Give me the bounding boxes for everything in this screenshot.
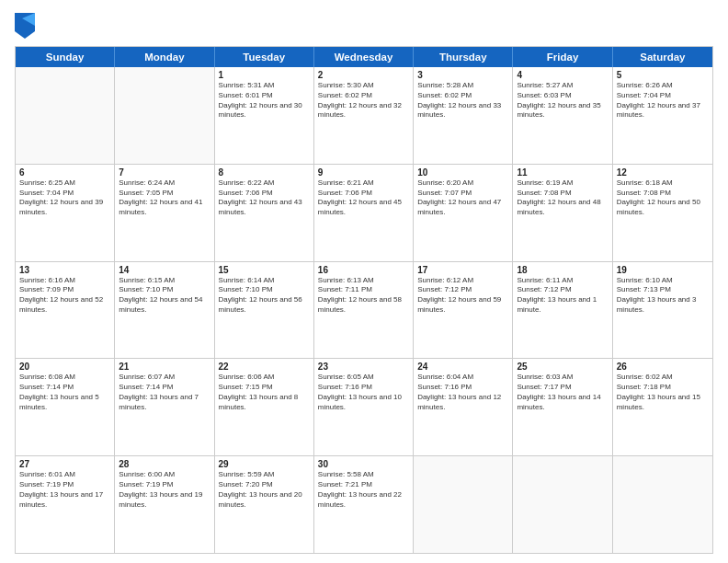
cell-detail: Sunrise: 5:27 AM Sunset: 6:03 PM Dayligh… (517, 81, 608, 121)
day-number: 10 (417, 167, 508, 178)
calendar-cell-11: 11Sunrise: 6:19 AM Sunset: 7:08 PM Dayli… (513, 165, 612, 261)
calendar-row-0: 1Sunrise: 5:31 AM Sunset: 6:01 PM Daylig… (16, 67, 712, 165)
calendar-cell-8: 8Sunrise: 6:22 AM Sunset: 7:06 PM Daylig… (215, 165, 314, 261)
day-number: 5 (617, 70, 709, 80)
calendar-cell-empty-0-1 (115, 67, 214, 164)
cell-detail: Sunrise: 5:30 AM Sunset: 6:02 PM Dayligh… (318, 81, 409, 121)
calendar-cell-6: 6Sunrise: 6:25 AM Sunset: 7:04 PM Daylig… (16, 165, 115, 261)
calendar-cell-empty-0-0 (16, 67, 115, 164)
calendar-cell-22: 22Sunrise: 6:06 AM Sunset: 7:15 PM Dayli… (215, 359, 314, 455)
day-number: 16 (318, 265, 409, 275)
day-number: 26 (617, 362, 709, 372)
day-number: 1 (219, 70, 310, 80)
cell-detail: Sunrise: 5:59 AM Sunset: 7:20 PM Dayligh… (219, 470, 310, 510)
calendar-cell-12: 12Sunrise: 6:18 AM Sunset: 7:08 PM Dayli… (613, 165, 712, 261)
cell-detail: Sunrise: 6:11 AM Sunset: 7:12 PM Dayligh… (517, 276, 608, 316)
day-number: 29 (219, 459, 310, 469)
cell-detail: Sunrise: 6:19 AM Sunset: 7:08 PM Dayligh… (517, 178, 608, 218)
day-number: 4 (517, 70, 608, 80)
cell-detail: Sunrise: 6:06 AM Sunset: 7:15 PM Dayligh… (219, 373, 310, 412)
day-number: 19 (617, 265, 709, 275)
cell-detail: Sunrise: 6:04 AM Sunset: 7:16 PM Dayligh… (417, 373, 508, 412)
calendar-cell-24: 24Sunrise: 6:04 AM Sunset: 7:16 PM Dayli… (414, 359, 513, 455)
day-number: 17 (417, 265, 508, 275)
calendar-cell-13: 13Sunrise: 6:16 AM Sunset: 7:09 PM Dayli… (16, 262, 115, 359)
day-number: 11 (517, 167, 608, 178)
calendar-cell-3: 3Sunrise: 5:28 AM Sunset: 6:02 PM Daylig… (414, 67, 513, 164)
day-number: 25 (517, 362, 608, 372)
calendar: SundayMondayTuesdayWednesdayThursdayFrid… (15, 46, 713, 554)
calendar-cell-5: 5Sunrise: 6:26 AM Sunset: 7:04 PM Daylig… (613, 67, 712, 164)
calendar-cell-26: 26Sunrise: 6:02 AM Sunset: 7:18 PM Dayli… (613, 359, 712, 455)
calendar-body: 1Sunrise: 5:31 AM Sunset: 6:01 PM Daylig… (16, 67, 712, 553)
calendar-cell-empty-4-6 (613, 456, 712, 553)
header-day-friday: Friday (513, 47, 612, 67)
calendar-cell-28: 28Sunrise: 6:00 AM Sunset: 7:19 PM Dayli… (115, 456, 214, 553)
day-number: 27 (19, 459, 110, 469)
cell-detail: Sunrise: 6:10 AM Sunset: 7:13 PM Dayligh… (617, 276, 709, 316)
cell-detail: Sunrise: 6:07 AM Sunset: 7:14 PM Dayligh… (119, 373, 210, 412)
calendar-cell-4: 4Sunrise: 5:27 AM Sunset: 6:03 PM Daylig… (513, 67, 612, 164)
day-number: 28 (119, 459, 210, 469)
cell-detail: Sunrise: 6:05 AM Sunset: 7:16 PM Dayligh… (318, 373, 409, 412)
header-day-sunday: Sunday (16, 47, 115, 67)
cell-detail: Sunrise: 6:20 AM Sunset: 7:07 PM Dayligh… (417, 178, 508, 218)
cell-detail: Sunrise: 6:24 AM Sunset: 7:05 PM Dayligh… (119, 178, 210, 218)
cell-detail: Sunrise: 6:02 AM Sunset: 7:18 PM Dayligh… (617, 373, 709, 412)
cell-detail: Sunrise: 6:08 AM Sunset: 7:14 PM Dayligh… (19, 373, 110, 412)
cell-detail: Sunrise: 6:14 AM Sunset: 7:10 PM Dayligh… (219, 276, 310, 316)
header-day-tuesday: Tuesday (215, 47, 314, 67)
day-number: 13 (19, 265, 110, 275)
day-number: 30 (318, 459, 409, 469)
calendar-cell-20: 20Sunrise: 6:08 AM Sunset: 7:14 PM Dayli… (16, 359, 115, 455)
cell-detail: Sunrise: 6:03 AM Sunset: 7:17 PM Dayligh… (517, 373, 608, 412)
calendar-cell-30: 30Sunrise: 5:58 AM Sunset: 7:21 PM Dayli… (314, 456, 414, 553)
cell-detail: Sunrise: 6:15 AM Sunset: 7:10 PM Dayligh… (119, 276, 210, 316)
calendar-row-2: 13Sunrise: 6:16 AM Sunset: 7:09 PM Dayli… (16, 262, 712, 360)
calendar-cell-17: 17Sunrise: 6:12 AM Sunset: 7:12 PM Dayli… (414, 262, 513, 359)
calendar-cell-23: 23Sunrise: 6:05 AM Sunset: 7:16 PM Dayli… (314, 359, 414, 455)
calendar-cell-27: 27Sunrise: 6:01 AM Sunset: 7:19 PM Dayli… (16, 456, 115, 553)
cell-detail: Sunrise: 6:22 AM Sunset: 7:06 PM Dayligh… (219, 178, 310, 218)
day-number: 2 (318, 70, 409, 80)
calendar-cell-19: 19Sunrise: 6:10 AM Sunset: 7:13 PM Dayli… (613, 262, 712, 359)
cell-detail: Sunrise: 5:31 AM Sunset: 6:01 PM Dayligh… (219, 81, 310, 121)
calendar-cell-21: 21Sunrise: 6:07 AM Sunset: 7:14 PM Dayli… (115, 359, 214, 455)
day-number: 23 (318, 362, 409, 372)
cell-detail: Sunrise: 6:21 AM Sunset: 7:06 PM Dayligh… (318, 178, 409, 218)
day-number: 15 (219, 265, 310, 275)
calendar-cell-25: 25Sunrise: 6:03 AM Sunset: 7:17 PM Dayli… (513, 359, 612, 455)
logo-icon (15, 13, 35, 39)
calendar-row-1: 6Sunrise: 6:25 AM Sunset: 7:04 PM Daylig… (16, 165, 712, 262)
calendar-cell-18: 18Sunrise: 6:11 AM Sunset: 7:12 PM Dayli… (513, 262, 612, 359)
calendar-cell-15: 15Sunrise: 6:14 AM Sunset: 7:10 PM Dayli… (215, 262, 314, 359)
day-number: 3 (417, 70, 508, 80)
logo (15, 13, 37, 39)
cell-detail: Sunrise: 5:28 AM Sunset: 6:02 PM Dayligh… (417, 81, 508, 121)
day-number: 21 (119, 362, 210, 372)
calendar-cell-empty-4-5 (513, 456, 612, 553)
calendar-cell-empty-4-4 (414, 456, 513, 553)
calendar-cell-29: 29Sunrise: 5:59 AM Sunset: 7:20 PM Dayli… (215, 456, 314, 553)
cell-detail: Sunrise: 6:16 AM Sunset: 7:09 PM Dayligh… (19, 276, 110, 316)
page: SundayMondayTuesdayWednesdayThursdayFrid… (0, 0, 728, 563)
cell-detail: Sunrise: 6:01 AM Sunset: 7:19 PM Dayligh… (19, 470, 110, 510)
header-day-thursday: Thursday (414, 47, 513, 67)
calendar-cell-10: 10Sunrise: 6:20 AM Sunset: 7:07 PM Dayli… (414, 165, 513, 261)
day-number: 20 (19, 362, 110, 372)
day-number: 6 (19, 167, 110, 178)
day-number: 8 (219, 167, 310, 178)
calendar-cell-14: 14Sunrise: 6:15 AM Sunset: 7:10 PM Dayli… (115, 262, 214, 359)
calendar-cell-2: 2Sunrise: 5:30 AM Sunset: 6:02 PM Daylig… (314, 67, 414, 164)
calendar-row-4: 27Sunrise: 6:01 AM Sunset: 7:19 PM Dayli… (16, 456, 712, 553)
calendar-row-3: 20Sunrise: 6:08 AM Sunset: 7:14 PM Dayli… (16, 359, 712, 456)
calendar-cell-9: 9Sunrise: 6:21 AM Sunset: 7:06 PM Daylig… (314, 165, 414, 261)
calendar-cell-7: 7Sunrise: 6:24 AM Sunset: 7:05 PM Daylig… (115, 165, 214, 261)
cell-detail: Sunrise: 5:58 AM Sunset: 7:21 PM Dayligh… (318, 470, 409, 510)
header-day-monday: Monday (115, 47, 214, 67)
day-number: 9 (318, 167, 409, 178)
cell-detail: Sunrise: 6:26 AM Sunset: 7:04 PM Dayligh… (617, 81, 709, 121)
calendar-cell-16: 16Sunrise: 6:13 AM Sunset: 7:11 PM Dayli… (314, 262, 414, 359)
day-number: 14 (119, 265, 210, 275)
cell-detail: Sunrise: 6:25 AM Sunset: 7:04 PM Dayligh… (19, 178, 110, 218)
